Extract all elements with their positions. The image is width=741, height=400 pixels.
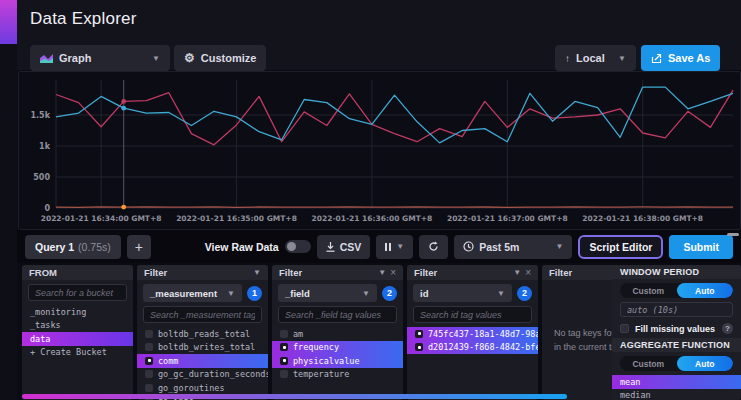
view-raw-data-label: View Raw Data — [205, 241, 279, 253]
auto-option[interactable]: Auto — [677, 283, 734, 298]
save-as-button[interactable]: Save As — [641, 45, 720, 71]
item-label: + Create Bucket — [30, 347, 107, 357]
measurement-search-input[interactable] — [143, 306, 262, 323]
list-item[interactable]: physicalvalue — [272, 354, 403, 368]
filter-panel-header[interactable]: Filter ▼ — [137, 265, 268, 280]
list-item[interactable]: + Create Bucket — [22, 346, 133, 360]
selected-count-badge: 2 — [382, 286, 397, 301]
checkbox[interactable] — [145, 343, 153, 351]
chevron-down-icon: ▼ — [618, 54, 626, 63]
window-period-panel: WINDOW PERIOD Custom Auto Fill missing v… — [612, 265, 741, 400]
save-as-label: Save As — [668, 52, 710, 64]
item-label: _monitoring — [30, 307, 86, 317]
auto-option[interactable]: Auto — [677, 356, 734, 371]
list-item[interactable]: comm — [137, 354, 268, 368]
item-label: _tasks — [30, 320, 61, 330]
svg-text:2022-01-21 16:35:00 GMT+8: 2022-01-21 16:35:00 GMT+8 — [176, 214, 297, 223]
svg-text:500: 500 — [33, 173, 50, 182]
chevron-down-icon: ▼ — [396, 242, 404, 251]
close-icon[interactable]: × — [390, 267, 396, 278]
list-item[interactable]: d2012439-f868-4842-bfef-8.. — [407, 341, 538, 355]
help-icon[interactable]: ? — [722, 323, 733, 334]
pause-button[interactable]: ▼ — [376, 235, 413, 259]
chart-area[interactable]: 05001k1.5k2022-01-21 16:34:00 GMT+82022-… — [18, 71, 741, 230]
item-label: mean — [620, 377, 640, 387]
script-editor-button[interactable]: Script Editor — [578, 235, 663, 259]
clock-icon — [463, 241, 474, 252]
checkbox[interactable] — [280, 370, 288, 378]
checkbox[interactable] — [415, 330, 423, 338]
scrollbar-thumb[interactable] — [727, 233, 739, 236]
checkbox[interactable] — [415, 343, 423, 351]
add-query-button[interactable]: + — [127, 235, 151, 259]
list-item[interactable]: _tasks — [22, 319, 133, 333]
list-item[interactable]: data — [22, 332, 133, 346]
checkbox[interactable] — [280, 330, 288, 338]
timezone-dropdown[interactable]: ↑ Local ▼ — [555, 45, 636, 71]
chevron-down-icon: ▼ — [497, 289, 505, 298]
filter-key-label: _field — [285, 288, 310, 299]
query-tab[interactable]: Query 1 (0.75s) — [25, 235, 121, 259]
checkbox[interactable] — [280, 343, 288, 351]
visualization-type-dropdown[interactable]: Graph ▼ — [30, 45, 170, 71]
checkbox[interactable] — [145, 330, 153, 338]
filter-panel-header[interactable]: Filter ▼ × — [272, 265, 403, 280]
list-item[interactable]: _monitoring — [22, 305, 133, 319]
checkbox[interactable] — [280, 357, 288, 365]
bucket-search-input[interactable] — [28, 284, 127, 301]
list-item[interactable]: boltdb_reads_total — [137, 327, 268, 341]
filter-panel-header[interactable]: Filter ▼ × — [407, 265, 538, 280]
csv-label: CSV — [340, 241, 362, 253]
up-arrow-icon: ↑ — [565, 53, 570, 64]
filter-key-dropdown[interactable]: id ▼ — [413, 284, 512, 302]
window-period-input[interactable] — [620, 302, 733, 317]
list-item[interactable]: boltdb_writes_total — [137, 341, 268, 355]
list-item[interactable]: frequency — [272, 341, 403, 355]
item-label: physicalvalue — [293, 356, 360, 366]
window-period-toggle[interactable]: Custom Auto — [620, 283, 733, 298]
custom-option[interactable]: Custom — [620, 356, 677, 371]
list-item[interactable]: median — [612, 389, 741, 400]
filter-title: Filter — [414, 267, 437, 278]
aggregate-function-header: AGGREGATE FUNCTION — [612, 338, 741, 352]
close-icon[interactable]: × — [525, 267, 531, 278]
customize-button[interactable]: ⚙ Customize — [174, 45, 266, 71]
checkbox[interactable] — [145, 370, 153, 378]
visualization-type-label: Graph — [59, 52, 91, 64]
item-label: boltdb_reads_total — [158, 329, 250, 339]
list-item[interactable]: mean — [612, 375, 741, 389]
influxdb-logo[interactable] — [0, 0, 17, 44]
list-item[interactable]: 745fc437-18a1-48d7-98a6-7.. — [407, 327, 538, 341]
list-item[interactable]: am — [272, 327, 403, 341]
view-raw-data-toggle[interactable] — [285, 240, 311, 253]
filter-key-dropdown[interactable]: _field ▼ — [278, 284, 377, 302]
from-title: FROM — [29, 267, 57, 278]
checkbox[interactable] — [145, 384, 153, 392]
fill-missing-values-label: Fill missing values — [635, 324, 716, 334]
checkbox[interactable] — [145, 357, 153, 365]
csv-download-button[interactable]: CSV — [317, 235, 371, 259]
list-item[interactable]: go_gc_duration_seconds — [137, 368, 268, 382]
fill-missing-values-checkbox[interactable] — [620, 324, 629, 333]
field-search-input[interactable] — [278, 306, 397, 323]
time-range-dropdown[interactable]: Past 5m ▼ — [454, 235, 572, 259]
chevron-down-icon: ▼ — [378, 268, 386, 277]
filter-panel-id: Filter ▼ × id ▼ 2 745fc437-18a1-48d7-98a… — [407, 265, 538, 400]
nav-rail — [0, 0, 17, 400]
horizontal-scrollbar[interactable] — [22, 394, 567, 399]
line-chart: 05001k1.5k2022-01-21 16:34:00 GMT+82022-… — [19, 72, 740, 229]
filter-panel-measurement: Filter ▼ _measurement ▼ 1 boltdb_reads_t… — [137, 265, 268, 400]
refresh-button[interactable] — [419, 235, 448, 259]
filter-key-dropdown[interactable]: _measurement ▼ — [143, 284, 242, 302]
list-item[interactable]: go_goroutines — [137, 381, 268, 395]
submit-button[interactable]: Submit — [669, 235, 733, 259]
id-search-input[interactable] — [413, 306, 532, 323]
custom-option[interactable]: Custom — [620, 283, 677, 298]
id-list: 745fc437-18a1-48d7-98a6-7..d2012439-f868… — [407, 327, 538, 400]
filter-title: Filter — [549, 267, 572, 278]
aggregate-function-toggle[interactable]: Custom Auto — [620, 356, 733, 371]
customize-label: Customize — [201, 52, 257, 64]
item-label: comm — [158, 356, 178, 366]
list-item[interactable]: temperature — [272, 368, 403, 382]
query-duration: (0.75s) — [78, 241, 111, 253]
